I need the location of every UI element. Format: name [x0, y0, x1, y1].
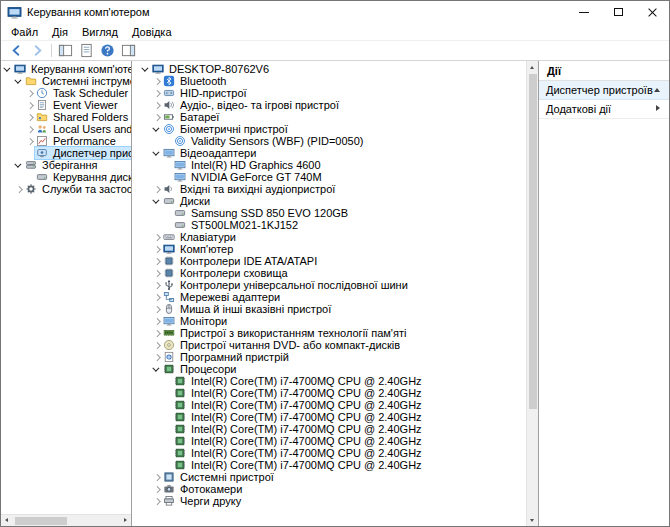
tree-item[interactable]: Мережеві адаптери — [141, 291, 526, 303]
expand-chevron-icon[interactable] — [25, 112, 35, 122]
tree-item[interactable]: Samsung SSD 850 EVO 120GB — [141, 207, 526, 219]
tree-item[interactable]: NVIDIA GeForce GT 740M — [141, 171, 526, 183]
action-section[interactable]: Диспетчер пристроїв — [539, 81, 669, 100]
tree-item[interactable]: Керування комп'ютером (лок — [3, 63, 131, 75]
scroll-down-arrow-icon[interactable] — [527, 514, 539, 526]
tree-item[interactable]: Біометричні пристрої — [141, 123, 526, 135]
tree-item[interactable]: Черги друку — [141, 495, 526, 507]
collapse-chevron-icon[interactable] — [141, 64, 151, 74]
expand-chevron-icon[interactable] — [152, 484, 162, 494]
scroll-left-arrow-icon[interactable] — [1, 515, 13, 527]
collapse-chevron-icon[interactable] — [152, 148, 162, 158]
menu-item-file[interactable]: Файл — [4, 25, 45, 39]
tree-item[interactable]: Intel(R) Core(TM) i7-4700MQ CPU @ 2.40GH… — [141, 375, 526, 387]
menu-item-action[interactable]: Дія — [45, 25, 75, 39]
tree-item[interactable]: Миша й інші вказівні пристрої — [141, 303, 526, 315]
tree-item[interactable]: Validity Sensors (WBF) (PID=0050) — [141, 135, 526, 147]
tree-item[interactable]: Intel(R) Core(TM) i7-4700MQ CPU @ 2.40GH… — [141, 435, 526, 447]
vertical-scrollbar[interactable] — [526, 61, 538, 526]
show-console-tree-button[interactable] — [55, 42, 76, 60]
menu-item-help[interactable]: Довідка — [125, 25, 179, 39]
tree-item[interactable]: Комп'ютер — [141, 243, 526, 255]
expand-chevron-icon[interactable] — [152, 280, 162, 290]
tree-item[interactable]: Процесори — [141, 363, 526, 375]
expand-chevron-icon[interactable] — [152, 100, 162, 110]
tree-item[interactable]: Intel(R) Core(TM) i7-4700MQ CPU @ 2.40GH… — [141, 423, 526, 435]
expand-chevron-icon[interactable] — [152, 88, 162, 98]
expand-chevron-icon[interactable] — [152, 496, 162, 506]
collapse-chevron-icon[interactable] — [14, 160, 24, 170]
tree-item[interactable]: DESKTOP-80762V6 — [141, 63, 526, 75]
expand-chevron-icon[interactable] — [152, 352, 162, 362]
tree-item[interactable]: Контролери сховища — [141, 267, 526, 279]
title-bar[interactable]: Керування комп'ютером — [1, 1, 669, 23]
tree-item[interactable]: Task Scheduler — [3, 87, 131, 99]
expand-chevron-icon[interactable] — [152, 472, 162, 482]
tree-item[interactable]: Монітори — [141, 315, 526, 327]
expand-chevron-icon[interactable] — [152, 340, 162, 350]
expand-chevron-icon[interactable] — [14, 184, 24, 194]
expand-chevron-icon[interactable] — [152, 112, 162, 122]
tree-item[interactable]: Intel(R) Core(TM) i7-4700MQ CPU @ 2.40GH… — [141, 387, 526, 399]
maximize-button[interactable] — [601, 1, 635, 23]
tree-item[interactable]: Intel(R) Core(TM) i7-4700MQ CPU @ 2.40GH… — [141, 399, 526, 411]
tree-item[interactable]: Диски — [141, 195, 526, 207]
tree-item[interactable]: Intel(R) Core(TM) i7-4700MQ CPU @ 2.40GH… — [141, 459, 526, 471]
horizontal-scrollbar[interactable] — [1, 514, 131, 526]
expand-chevron-icon[interactable] — [25, 124, 35, 134]
expand-chevron-icon[interactable] — [152, 232, 162, 242]
tree-item[interactable]: Диспетчер пристроїв — [3, 147, 131, 159]
tree-item[interactable]: Intel(R) HD Graphics 4600 — [141, 159, 526, 171]
expand-chevron-icon[interactable] — [152, 292, 162, 302]
expand-chevron-icon[interactable] — [25, 136, 35, 146]
expand-chevron-icon[interactable] — [152, 316, 162, 326]
expand-chevron-icon[interactable] — [152, 304, 162, 314]
forward-button[interactable] — [27, 42, 48, 60]
vertical-scrollbar-thumb[interactable] — [529, 74, 537, 409]
collapse-chevron-icon[interactable] — [152, 364, 162, 374]
expand-chevron-icon[interactable] — [25, 88, 35, 98]
tree-item[interactable]: Програмний пристрій — [141, 351, 526, 363]
collapse-chevron-icon[interactable] — [3, 64, 13, 74]
expand-chevron-icon[interactable] — [152, 328, 162, 338]
tree-item[interactable]: Shared Folders — [3, 111, 131, 123]
show-action-pane-button[interactable] — [118, 42, 139, 60]
expand-chevron-icon[interactable] — [152, 244, 162, 254]
tree-item[interactable]: HID-пристрої — [141, 87, 526, 99]
tree-item[interactable]: Event Viewer — [3, 99, 131, 111]
properties-button[interactable] — [76, 42, 97, 60]
scroll-up-arrow-icon[interactable] — [527, 61, 539, 73]
collapse-chevron-icon[interactable] — [14, 76, 24, 86]
tree-item[interactable]: Intel(R) Core(TM) i7-4700MQ CPU @ 2.40GH… — [141, 411, 526, 423]
tree-item[interactable]: Intel(R) Core(TM) i7-4700MQ CPU @ 2.40GH… — [141, 447, 526, 459]
expand-section-icon[interactable] — [654, 105, 662, 113]
collapse-chevron-icon[interactable] — [152, 196, 162, 206]
tree-item[interactable]: Вхідні та вихідні аудіопристрої — [141, 183, 526, 195]
menu-item-view[interactable]: Вигляд — [75, 25, 125, 39]
back-button[interactable] — [6, 42, 27, 60]
expand-chevron-icon[interactable] — [25, 100, 35, 110]
tree-item[interactable]: Клавіатури — [141, 231, 526, 243]
expand-chevron-icon[interactable] — [152, 76, 162, 86]
tree-item[interactable]: Керування дисками — [3, 171, 131, 183]
tree-item[interactable]: Зберігання — [3, 159, 131, 171]
minimize-button[interactable] — [567, 1, 601, 23]
tree-item[interactable]: Контролери універсальної послідовної шин… — [141, 279, 526, 291]
collapse-section-icon[interactable] — [654, 86, 662, 94]
tree-item[interactable]: Служби та застосунки — [3, 183, 131, 195]
tree-item[interactable]: Пристрої читання DVD- або компакт-дисків — [141, 339, 526, 351]
action-section[interactable]: Додаткові дії — [539, 100, 669, 119]
tree-item[interactable]: Аудіо-, відео- та ігрові пристрої — [141, 99, 526, 111]
tree-item[interactable]: Пристрої з використанням технології пам'… — [141, 327, 526, 339]
tree-item[interactable]: ST500LM021-1KJ152 — [141, 219, 526, 231]
collapse-chevron-icon[interactable] — [152, 124, 162, 134]
tree-item[interactable]: Відеоадаптери — [141, 147, 526, 159]
expand-chevron-icon[interactable] — [152, 184, 162, 194]
tree-item[interactable]: Контролери IDE ATA/ATAPI — [141, 255, 526, 267]
expand-chevron-icon[interactable] — [152, 268, 162, 278]
tree-item[interactable]: Performance — [3, 135, 131, 147]
horizontal-scrollbar-thumb[interactable] — [15, 517, 67, 525]
tree-item[interactable]: Системні пристрої — [141, 471, 526, 483]
help-button[interactable] — [97, 42, 118, 60]
scroll-right-arrow-icon[interactable] — [119, 515, 131, 527]
